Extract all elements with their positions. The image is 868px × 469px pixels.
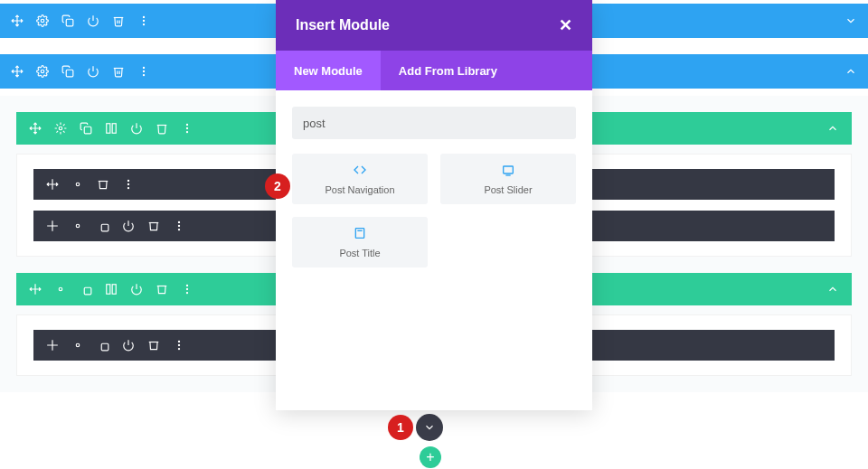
power-icon[interactable] <box>122 339 135 352</box>
add-module-button[interactable] <box>416 414 443 441</box>
move-icon[interactable] <box>46 178 59 191</box>
more-icon[interactable] <box>173 339 185 352</box>
more-icon[interactable] <box>173 220 185 232</box>
close-icon[interactable]: ✕ <box>559 15 572 35</box>
svg-point-4 <box>143 20 144 21</box>
chevron-up-icon[interactable] <box>826 283 839 295</box>
move-icon[interactable] <box>11 65 24 78</box>
svg-point-24 <box>76 224 80 228</box>
section-toolbar <box>11 14 150 27</box>
svg-point-20 <box>76 183 80 186</box>
svg-rect-15 <box>112 124 116 134</box>
chevron-up-icon[interactable] <box>826 122 839 135</box>
trash-icon[interactable] <box>156 283 168 295</box>
power-icon[interactable] <box>87 14 99 27</box>
tab-add-from-library[interactable]: Add From Library <box>381 51 515 90</box>
move-icon[interactable] <box>11 14 24 27</box>
row-toolbar <box>29 122 193 135</box>
step-marker-1: 1 <box>388 415 413 440</box>
more-icon[interactable] <box>137 65 150 78</box>
module-toolbar <box>46 178 135 191</box>
step-marker-2: 2 <box>265 174 290 199</box>
more-icon[interactable] <box>181 283 193 295</box>
chevron-down-icon[interactable] <box>844 14 857 27</box>
svg-point-22 <box>127 183 128 184</box>
power-icon[interactable] <box>130 283 143 295</box>
gear-icon[interactable] <box>36 14 49 27</box>
more-icon[interactable] <box>181 122 193 135</box>
add-row-button[interactable]: + <box>420 446 441 468</box>
move-icon[interactable] <box>29 283 42 295</box>
module-toolbar <box>46 339 185 352</box>
power-icon[interactable] <box>87 65 99 78</box>
insert-module-modal: Insert Module ✕ New Module Add From Libr… <box>276 0 592 410</box>
duplicate-icon[interactable] <box>97 220 109 232</box>
svg-point-11 <box>143 75 144 76</box>
module-post-title[interactable]: Post Title <box>292 217 428 267</box>
svg-point-41 <box>178 341 179 342</box>
svg-point-19 <box>186 132 187 133</box>
module-toolbar <box>46 220 185 232</box>
row-toolbar <box>29 283 193 295</box>
module-post-navigation[interactable]: Post Navigation <box>292 154 428 204</box>
move-icon[interactable] <box>29 122 42 135</box>
gear-icon[interactable] <box>71 339 84 352</box>
power-icon[interactable] <box>130 122 143 135</box>
trash-icon[interactable] <box>112 14 125 27</box>
search-input[interactable] <box>292 107 576 139</box>
svg-point-37 <box>186 293 187 294</box>
svg-point-36 <box>186 288 187 289</box>
svg-rect-31 <box>84 287 91 295</box>
svg-rect-46 <box>355 229 363 239</box>
move-icon[interactable] <box>46 339 59 352</box>
columns-icon[interactable] <box>105 122 118 135</box>
module-label: Post Slider <box>484 184 532 195</box>
gear-icon[interactable] <box>54 122 67 135</box>
trash-icon[interactable] <box>97 178 109 191</box>
svg-point-18 <box>186 127 187 128</box>
duplicate-icon[interactable] <box>97 339 109 352</box>
svg-point-43 <box>178 349 179 350</box>
gear-icon[interactable] <box>36 65 49 78</box>
power-icon[interactable] <box>122 220 135 232</box>
columns-icon[interactable] <box>105 283 118 295</box>
svg-point-17 <box>186 124 187 125</box>
tab-new-module[interactable]: New Module <box>276 51 381 90</box>
module-label: Post Navigation <box>325 184 394 195</box>
svg-point-21 <box>127 180 128 181</box>
more-icon[interactable] <box>122 178 135 191</box>
svg-rect-7 <box>66 70 73 77</box>
duplicate-icon[interactable] <box>61 65 74 78</box>
svg-point-5 <box>143 24 144 25</box>
module-label: Post Title <box>339 248 380 258</box>
chevron-up-icon[interactable] <box>844 65 857 78</box>
svg-point-27 <box>178 221 179 222</box>
gear-icon[interactable] <box>71 220 84 232</box>
trash-icon[interactable] <box>156 122 168 135</box>
svg-rect-13 <box>84 127 91 134</box>
svg-point-30 <box>59 287 62 291</box>
svg-point-28 <box>178 225 179 226</box>
gear-icon[interactable] <box>54 283 67 295</box>
modal-header: Insert Module ✕ <box>276 0 592 51</box>
svg-point-10 <box>143 70 144 71</box>
svg-rect-1 <box>66 19 73 26</box>
svg-point-3 <box>143 16 144 17</box>
module-post-slider[interactable]: Post Slider <box>440 154 576 204</box>
svg-rect-44 <box>504 166 514 174</box>
move-icon[interactable] <box>46 220 59 232</box>
modal-title: Insert Module <box>296 17 390 33</box>
svg-rect-32 <box>107 285 110 295</box>
duplicate-icon[interactable] <box>80 122 92 135</box>
svg-point-23 <box>127 188 128 189</box>
more-icon[interactable] <box>137 14 150 27</box>
duplicate-icon[interactable] <box>80 283 92 295</box>
duplicate-icon[interactable] <box>61 14 74 27</box>
svg-point-35 <box>186 285 187 286</box>
trash-icon[interactable] <box>147 339 160 352</box>
gear-icon[interactable] <box>71 178 84 191</box>
trash-icon[interactable] <box>112 65 125 78</box>
trash-icon[interactable] <box>147 220 160 232</box>
svg-rect-14 <box>107 124 110 134</box>
code-icon <box>353 163 367 181</box>
